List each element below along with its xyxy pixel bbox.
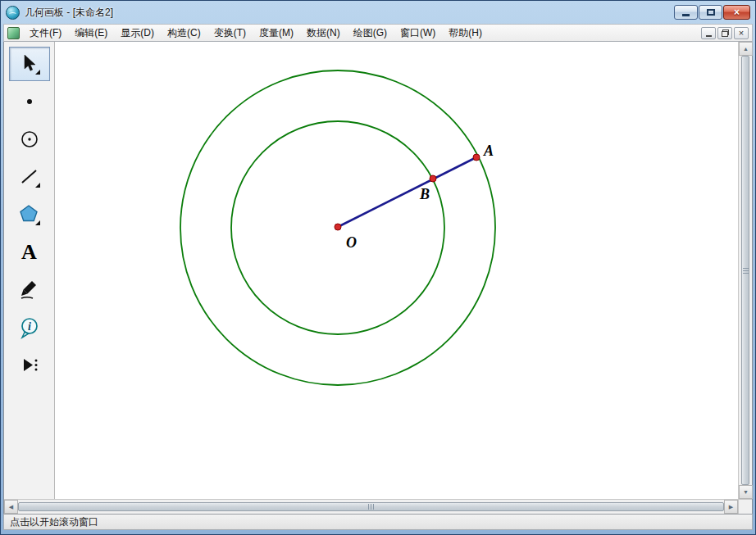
svg-text:i: i — [28, 320, 31, 333]
selection-arrow-tool[interactable] — [9, 47, 50, 81]
mdi-window-controls: × — [701, 27, 749, 39]
window-title: 几何画板 - [未命名2] — [25, 6, 113, 20]
sketch-figure: O B A — [55, 42, 738, 499]
maximize-button[interactable] — [699, 5, 722, 20]
minimize-icon — [682, 14, 690, 16]
menu-item-window[interactable]: 窗口(W) — [394, 25, 442, 42]
menu-item-measure[interactable]: 度量(M) — [253, 25, 300, 42]
scroll-right-icon: ▶ — [729, 504, 733, 510]
point-O[interactable] — [335, 224, 341, 230]
menu-item-edit[interactable]: 编辑(E) — [68, 25, 114, 42]
mdi-close-icon: × — [739, 29, 744, 38]
mdi-restore-button[interactable] — [717, 27, 732, 39]
menu-item-construct[interactable]: 构造(C) — [161, 25, 207, 42]
compass-circle-icon — [18, 128, 41, 151]
point-B[interactable] — [430, 175, 436, 182]
vertical-scroll-thumb[interactable] — [741, 56, 749, 485]
minimize-button[interactable] — [674, 5, 698, 20]
text-tool-icon: A — [21, 242, 37, 263]
point-tool[interactable] — [9, 84, 50, 119]
close-icon: × — [734, 7, 740, 18]
scroll-left-button[interactable]: ◀ — [4, 500, 18, 514]
scrollbar-grip — [368, 504, 375, 510]
label-A[interactable]: A — [483, 143, 494, 159]
menu-item-transform[interactable]: 变换(T) — [207, 25, 253, 42]
close-button[interactable]: × — [723, 5, 750, 20]
maximize-icon — [707, 9, 715, 16]
polygon-tool[interactable] — [9, 197, 50, 232]
text-tool[interactable]: A — [9, 235, 50, 270]
information-icon: i — [18, 316, 41, 339]
label-O[interactable]: O — [346, 234, 357, 251]
scroll-up-button[interactable]: ▲ — [739, 42, 753, 56]
app-window: 几何画板 - [未命名2] × 文件(F) 编辑(E) 显示(D) 构造(C) … — [0, 0, 756, 535]
menu-item-help[interactable]: 帮助(H) — [442, 25, 489, 42]
scroll-down-button[interactable]: ▼ — [739, 485, 753, 499]
menu-item-graph[interactable]: 绘图(G) — [347, 25, 394, 42]
marker-icon — [18, 279, 41, 302]
vertical-scrollbar[interactable]: ▲ ▼ — [738, 42, 752, 499]
app-icon — [6, 6, 20, 20]
mdi-minimize-button[interactable] — [701, 27, 716, 39]
menu-item-display[interactable]: 显示(D) — [114, 25, 161, 42]
mdi-close-button[interactable]: × — [734, 27, 749, 39]
scrollbar-corner — [738, 499, 752, 514]
point-A[interactable] — [473, 154, 480, 161]
marker-tool[interactable] — [9, 273, 50, 307]
segment-OA[interactable] — [338, 157, 476, 227]
straightedge-icon — [18, 165, 41, 188]
menu-item-file[interactable]: 文件(F) — [23, 25, 68, 42]
window-controls: × — [674, 5, 750, 20]
custom-tool[interactable] — [9, 348, 50, 383]
compass-tool[interactable] — [9, 122, 50, 156]
selection-arrow-icon — [18, 52, 41, 75]
horizontal-scroll-thumb[interactable] — [18, 502, 724, 511]
scroll-up-icon: ▲ — [743, 46, 749, 52]
status-bar: 点击以开始滚动窗口 — [3, 514, 753, 530]
vertical-scroll-track[interactable] — [739, 56, 752, 485]
custom-tool-icon — [18, 354, 41, 377]
horizontal-scrollbar[interactable]: ◀ ▶ — [4, 499, 738, 514]
title-bar[interactable]: 几何画板 - [未命名2] × — [1, 1, 755, 24]
toolbox: A i — [4, 42, 55, 499]
scroll-left-icon: ◀ — [9, 504, 13, 510]
mdi-restore-icon — [722, 29, 729, 37]
horizontal-scroll-track[interactable] — [18, 500, 724, 514]
point-icon — [18, 90, 41, 113]
horizontal-scrollbar-row: ◀ ▶ — [4, 499, 752, 514]
straightedge-tool[interactable] — [9, 160, 50, 194]
menu-item-data[interactable]: 数据(N) — [300, 25, 347, 42]
information-tool[interactable]: i — [9, 311, 50, 345]
sketch-canvas[interactable]: O B A — [55, 42, 738, 499]
scroll-down-icon: ▼ — [743, 489, 749, 495]
scrollbar-grip — [743, 267, 749, 274]
label-B[interactable]: B — [419, 186, 430, 202]
document-icon[interactable] — [7, 27, 20, 39]
menu-bar: 文件(F) 编辑(E) 显示(D) 构造(C) 变换(T) 度量(M) 数据(N… — [3, 24, 753, 42]
status-text: 点击以开始滚动窗口 — [10, 515, 98, 529]
mdi-minimize-icon — [706, 35, 712, 37]
scroll-right-button[interactable]: ▶ — [724, 500, 738, 514]
polygon-icon — [18, 203, 41, 226]
client-area: A i — [3, 42, 753, 514]
